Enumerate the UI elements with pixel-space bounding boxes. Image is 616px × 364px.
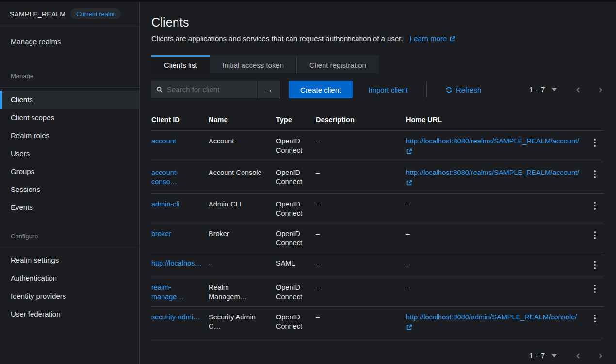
sidebar-item-clients[interactable]: Clients	[0, 91, 139, 109]
client-name: Realm Managem…	[209, 277, 276, 306]
table-row: account Account OpenID Connect – http://…	[151, 131, 604, 162]
kebab-menu-button[interactable]	[590, 199, 600, 213]
client-description: –	[316, 223, 406, 243]
refresh-button[interactable]: Refresh	[445, 86, 482, 94]
sidebar-section-manage: Manage	[0, 72, 139, 79]
client-type: OpenID Connect	[276, 277, 316, 306]
search-icon	[156, 86, 163, 93]
search-submit-button[interactable]: →	[257, 81, 280, 98]
client-description: –	[316, 277, 406, 297]
previous-page-button[interactable]	[574, 352, 583, 360]
column-header-type: Type	[276, 109, 316, 130]
home-url-empty: –	[406, 277, 585, 297]
column-header-client-id: Client ID	[151, 109, 209, 130]
pagination-bottom: 1 - 7	[151, 352, 604, 360]
home-url-empty: –	[406, 194, 585, 214]
external-link-icon[interactable]	[406, 323, 413, 331]
next-page-button[interactable]	[596, 352, 604, 360]
table-row: realm-manage… Realm Managem… OpenID Conn…	[151, 277, 604, 307]
column-header-description: Description	[316, 109, 406, 130]
sidebar-item-users[interactable]: Users	[0, 144, 139, 162]
main-content: Clients Clients are applications and ser…	[140, 2, 616, 364]
table-row: broker Broker OpenID Connect – –	[151, 223, 604, 253]
client-name: Account	[209, 131, 276, 151]
home-url-link[interactable]: http://localhost:8080/realms/SAMPLE_REAL…	[406, 169, 579, 176]
sidebar-item-authentication[interactable]: Authentication	[0, 269, 139, 287]
sidebar-item-manage-realms[interactable]: Manage realms	[0, 31, 139, 52]
previous-page-button[interactable]	[574, 86, 583, 94]
learn-more-link[interactable]: Learn more	[410, 34, 456, 43]
pagination-range-toggle[interactable]: 1 - 7	[529, 352, 557, 360]
sidebar-section-configure: Configure	[0, 233, 139, 240]
client-description: –	[316, 307, 406, 327]
realm-selector[interactable]: SAMPLE_REALM Current realm	[0, 2, 139, 26]
table-row: http://localhos… – SAML – –	[151, 253, 604, 277]
client-id-link[interactable]: broker	[151, 230, 171, 237]
create-client-button[interactable]: Create client	[289, 81, 353, 98]
table-row: admin-cli Admin CLI OpenID Connect – –	[151, 194, 604, 223]
page-description: Clients are applications and services th…	[151, 34, 604, 44]
kebab-menu-button[interactable]	[590, 258, 600, 272]
client-id-link[interactable]: account-conso…	[151, 169, 178, 186]
client-id-link[interactable]: http://localhos…	[151, 259, 202, 267]
client-type: OpenID Connect	[276, 131, 316, 160]
tab-client-registration[interactable]: Client registration	[296, 55, 379, 73]
kebab-menu-button[interactable]	[590, 282, 600, 296]
current-realm-badge: Current realm	[70, 8, 120, 19]
home-url-link[interactable]: http://localhost:8080/admin/SAMPLE_REALM…	[406, 313, 577, 321]
client-name: Security Admin C…	[209, 307, 276, 336]
sidebar-item-identity-providers[interactable]: Identity providers	[0, 287, 139, 305]
client-id-link[interactable]: account	[151, 137, 176, 145]
pagination-top: 1 - 7	[529, 86, 604, 94]
client-name: Account Console	[209, 162, 276, 182]
client-type: OpenID Connect	[276, 307, 316, 336]
external-link-icon	[449, 35, 456, 44]
pagination-range-toggle[interactable]: 1 - 7	[529, 86, 557, 94]
client-id-link[interactable]: realm-manage…	[151, 284, 184, 301]
client-description: –	[316, 194, 406, 214]
client-id-link[interactable]: admin-cli	[151, 200, 179, 208]
home-url-empty: –	[406, 253, 585, 273]
client-description: –	[316, 162, 406, 182]
refresh-icon	[445, 86, 453, 94]
sidebar-item-client-scopes[interactable]: Client scopes	[0, 109, 139, 127]
client-name: Broker	[209, 223, 276, 243]
import-client-link[interactable]: Import client	[368, 86, 408, 94]
client-description: –	[316, 253, 406, 273]
tab-bar: Clients list Initial access token Client…	[151, 55, 604, 73]
search-input[interactable]	[167, 85, 252, 94]
sidebar-item-realm-settings[interactable]: Realm settings	[0, 251, 139, 269]
external-link-icon[interactable]	[406, 147, 413, 155]
tab-initial-access-token[interactable]: Initial access token	[210, 55, 296, 73]
search-group: →	[151, 81, 280, 98]
sidebar-item-groups[interactable]: Groups	[0, 162, 139, 180]
external-link-icon[interactable]	[406, 179, 413, 187]
kebab-menu-button[interactable]	[590, 136, 600, 150]
pagination-range: 1 - 7	[529, 86, 545, 94]
kebab-menu-button[interactable]	[590, 312, 600, 326]
sidebar-item-events[interactable]: Events	[0, 198, 139, 216]
clients-table: Client ID Name Type Description Home URL…	[151, 109, 604, 338]
caret-down-icon	[552, 354, 557, 357]
kebab-menu-button[interactable]	[590, 167, 600, 181]
column-header-name: Name	[209, 109, 276, 130]
client-id-link[interactable]: security-admi…	[151, 313, 200, 321]
sidebar-item-user-federation[interactable]: User federation	[0, 305, 139, 323]
home-url-link[interactable]: http://localhost:8080/realms/SAMPLE_REAL…	[406, 137, 579, 145]
table-row: security-admi… Security Admin C… OpenID …	[151, 307, 604, 338]
next-page-button[interactable]	[596, 86, 604, 94]
sidebar-item-realm-roles[interactable]: Realm roles	[0, 127, 139, 144]
tab-clients-list[interactable]: Clients list	[151, 55, 210, 73]
table-header-row: Client ID Name Type Description Home URL	[151, 109, 604, 131]
toolbar: → Create client Import client Refresh 1 …	[151, 81, 604, 98]
client-name: Admin CLI	[209, 194, 276, 214]
realm-name: SAMPLE_REALM	[10, 10, 65, 18]
client-name: –	[209, 253, 276, 273]
page-title: Clients	[151, 16, 604, 30]
pagination-range: 1 - 7	[529, 352, 545, 360]
kebab-menu-button[interactable]	[590, 228, 600, 242]
column-header-home-url: Home URL	[406, 109, 585, 130]
sidebar-item-sessions[interactable]: Sessions	[0, 180, 139, 198]
caret-down-icon	[552, 88, 557, 91]
client-type: OpenID Connect	[276, 194, 316, 223]
